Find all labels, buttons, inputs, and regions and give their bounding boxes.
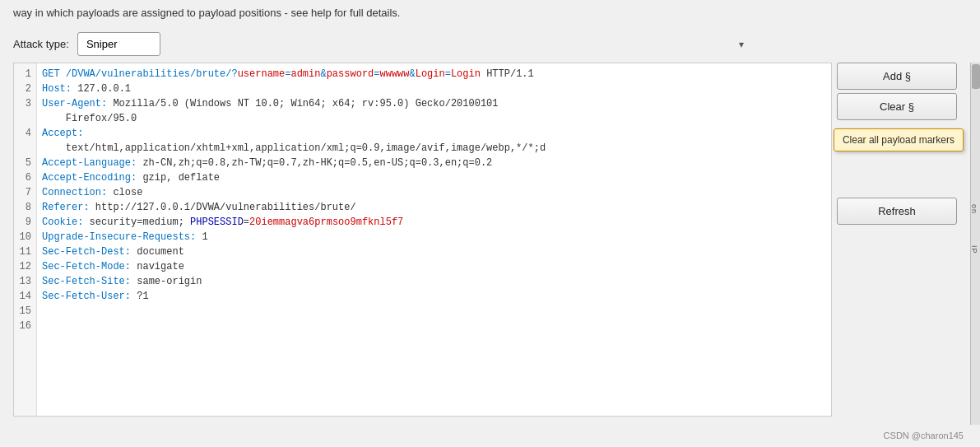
description-text: way in which payloads are assigned to pa… xyxy=(0,0,980,26)
buttons-panel: Add § Clear § Clear all payload markers … xyxy=(832,63,964,417)
scrollbar-thumb[interactable] xyxy=(972,64,980,89)
clear-section-button[interactable]: Clear § xyxy=(837,93,957,120)
right-scrollbar[interactable]: on IP xyxy=(970,63,980,425)
attack-type-row: Attack type: Sniper Battering ram Pitchf… xyxy=(0,26,980,63)
refresh-button[interactable]: Refresh xyxy=(837,198,957,225)
request-code[interactable]: GET /DVWA/vulnerabilities/brute/?usernam… xyxy=(37,63,831,416)
content-area: 1 2 3 4 5 6 7 8 9 10 11 12 13 14 15 16 G… xyxy=(0,63,980,417)
main-container: way in which payloads are assigned to pa… xyxy=(0,0,980,447)
request-editor[interactable]: 1 2 3 4 5 6 7 8 9 10 11 12 13 14 15 16 G… xyxy=(13,63,832,417)
line-numbers: 1 2 3 4 5 6 7 8 9 10 11 12 13 14 15 16 xyxy=(14,63,37,416)
add-section-button[interactable]: Add § xyxy=(837,63,957,90)
footer-label: CSDN @charon145 xyxy=(884,431,964,440)
attack-type-label: Attack type: xyxy=(13,38,69,50)
attack-type-select[interactable]: Sniper Battering ram Pitchfork Cluster b… xyxy=(77,32,160,56)
clear-all-payload-tooltip: Clear all payload markers xyxy=(834,128,964,151)
attack-type-select-wrapper: Sniper Battering ram Pitchfork Cluster b… xyxy=(77,32,752,56)
